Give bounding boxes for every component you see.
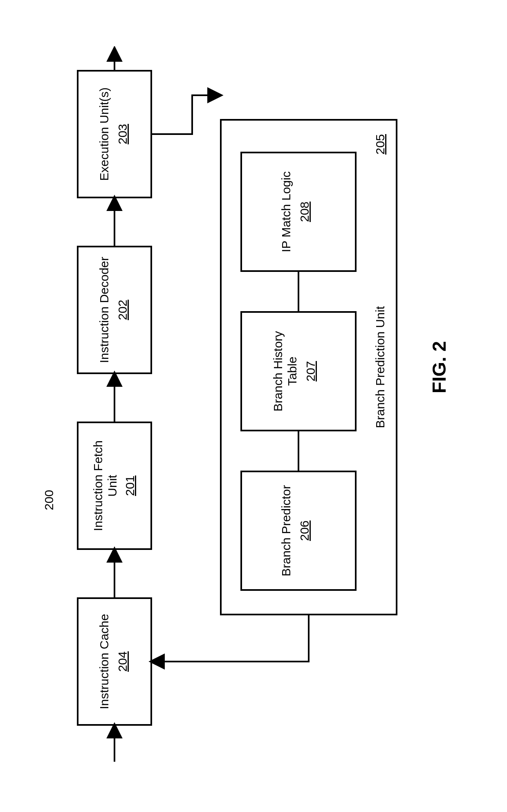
arrow-exec-to-bpu [151, 95, 221, 134]
block-branch-prediction-unit: Branch Prediction Unit 205 Branch Predic… [221, 120, 397, 615]
block-label: Instruction Fetch [91, 440, 105, 531]
block-ref: 203 [116, 124, 129, 144]
block-label2: Table [285, 357, 299, 386]
block-label: Branch History [271, 331, 285, 412]
block-execution-units: Execution Unit(s) 203 [78, 71, 151, 197]
svg-rect-3 [78, 71, 151, 197]
block-label: Instruction Cache [97, 614, 111, 709]
block-label: Branch Predictor [279, 485, 293, 576]
block-diagram-svg: 200 Instruction Cache 204 Instruction Fe… [29, 46, 478, 766]
svg-rect-0 [78, 598, 151, 725]
block-instruction-decoder: Instruction Decoder 202 [78, 247, 151, 373]
block-ref: 204 [116, 651, 129, 672]
bpu-label: Branch Prediction Unit [373, 306, 387, 428]
block-label: IP Match Logic [279, 171, 293, 252]
diagram-stage: 200 Instruction Cache 204 Instruction Fe… [29, 46, 478, 766]
block-ref: 207 [304, 361, 317, 381]
block-instruction-fetch-unit: Instruction Fetch Unit 201 [78, 422, 151, 549]
block-ref: 201 [123, 476, 137, 496]
bpu-ref: 205 [373, 134, 387, 155]
block-instruction-cache: Instruction Cache 204 [78, 598, 151, 725]
figure-caption: FIG. 2 [428, 341, 450, 393]
block-ref: 202 [116, 300, 129, 320]
block-ip-match-logic: IP Match Logic 208 [241, 153, 356, 271]
block-branch-history-table: Branch History Table 207 [241, 312, 356, 431]
block-label: Execution Unit(s) [97, 87, 111, 181]
block-ref: 208 [298, 202, 311, 222]
block-label: Instruction Decoder [97, 257, 111, 363]
svg-rect-2 [78, 247, 151, 373]
block-branch-predictor: Branch Predictor 206 [241, 471, 356, 590]
block-label2: Unit [105, 475, 119, 497]
diagram-id-label: 200 [42, 490, 56, 510]
block-ref: 206 [298, 520, 311, 541]
arrow-bpu-to-icache [151, 615, 309, 662]
